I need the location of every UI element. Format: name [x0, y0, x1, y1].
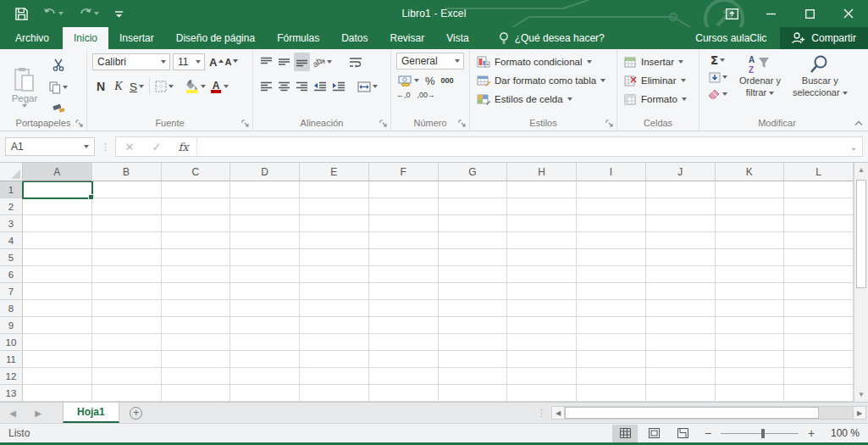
cell-F3[interactable] — [369, 215, 439, 232]
cell-K1[interactable] — [716, 181, 785, 198]
cell-A4[interactable] — [23, 232, 92, 249]
account-name[interactable]: Cursos aulaClic — [682, 27, 780, 49]
cell-C2[interactable] — [162, 198, 231, 215]
cell-J12[interactable] — [646, 368, 716, 385]
cell-A1[interactable] — [23, 181, 92, 198]
increase-font-button[interactable]: A — [207, 53, 220, 71]
cell-H11[interactable] — [507, 351, 577, 368]
cell-F12[interactable] — [369, 368, 439, 385]
tab-inicio[interactable]: Inicio — [63, 27, 108, 49]
cell-E4[interactable] — [300, 232, 369, 249]
cell-E1[interactable] — [300, 181, 369, 198]
cell-D7[interactable] — [230, 283, 300, 300]
cell-styles-button[interactable]: Estilos de celda — [477, 90, 613, 108]
cut-button[interactable] — [47, 55, 69, 74]
orientation-button[interactable]: ab — [312, 53, 334, 71]
cell-K12[interactable] — [716, 368, 785, 385]
cell-L8[interactable] — [784, 300, 854, 317]
cell-J8[interactable] — [646, 300, 716, 317]
cell-H3[interactable] — [507, 215, 577, 232]
cell-D5[interactable] — [230, 249, 300, 266]
cell-H10[interactable] — [507, 334, 577, 351]
orientation-dropdown-arrow-icon[interactable] — [327, 60, 332, 64]
close-button[interactable] — [829, 0, 868, 27]
cell-I4[interactable] — [577, 232, 646, 249]
cell-I9[interactable] — [577, 317, 646, 334]
view-page-break-button[interactable] — [670, 425, 695, 442]
align-center-button[interactable] — [276, 77, 292, 96]
decrease-decimals-button[interactable]: ,00→ — [417, 91, 436, 99]
cell-C4[interactable] — [162, 232, 231, 249]
tab-vista[interactable]: Vista — [435, 27, 479, 49]
cell-D8[interactable] — [230, 300, 300, 317]
formula-bar-grip[interactable]: ⋮ — [101, 142, 109, 153]
column-header-K[interactable]: K — [716, 163, 785, 181]
cell-A12[interactable] — [23, 368, 92, 385]
cell-K11[interactable] — [716, 351, 785, 368]
maximize-button[interactable] — [790, 0, 829, 27]
view-normal-button[interactable] — [612, 425, 638, 442]
decrease-font-button[interactable]: A — [223, 53, 235, 71]
row-header-10[interactable]: 10 — [0, 334, 23, 351]
cell-A10[interactable] — [23, 334, 92, 351]
formula-input[interactable] — [197, 137, 845, 156]
cell-J10[interactable] — [646, 334, 716, 351]
sheet-nav-right-icon[interactable]: ▶ — [25, 403, 51, 423]
cell-B1[interactable] — [92, 181, 162, 198]
new-sheet-button[interactable]: + — [119, 403, 153, 423]
cell-J5[interactable] — [646, 249, 716, 266]
cell-F4[interactable] — [369, 232, 439, 249]
cell-F6[interactable] — [369, 266, 439, 283]
cell-J7[interactable] — [646, 283, 716, 300]
cell-C10[interactable] — [162, 334, 231, 351]
font-color-dropdown-arrow-icon[interactable] — [224, 85, 229, 88]
sheet-tab-hoja1[interactable]: Hoja1 — [63, 403, 119, 423]
collapse-ribbon-button[interactable] — [854, 120, 863, 126]
cell-B7[interactable] — [92, 283, 162, 300]
cell-E5[interactable] — [300, 249, 369, 266]
align-top-button[interactable] — [258, 53, 274, 71]
row-header-2[interactable]: 2 — [0, 198, 23, 215]
cell-E11[interactable] — [300, 351, 369, 368]
cell-E7[interactable] — [300, 283, 369, 300]
cell-L11[interactable] — [784, 351, 854, 368]
cell-K13[interactable] — [716, 385, 785, 402]
cell-D4[interactable] — [230, 232, 300, 249]
cell-I13[interactable] — [577, 385, 646, 402]
fill-color-button[interactable] — [184, 77, 207, 96]
cell-I6[interactable] — [577, 266, 646, 283]
accounting-dropdown-arrow-icon[interactable] — [414, 79, 419, 82]
conditional-formatting-button[interactable]: Formato condicional — [477, 53, 613, 71]
number-format-select[interactable]: General — [396, 53, 464, 70]
row-header-12[interactable]: 12 — [0, 368, 23, 385]
align-bottom-button[interactable] — [294, 53, 310, 71]
cell-H8[interactable] — [507, 300, 577, 317]
cell-A13[interactable] — [23, 385, 92, 402]
cell-L12[interactable] — [784, 368, 854, 385]
cell-G4[interactable] — [439, 232, 508, 249]
cell-J13[interactable] — [646, 385, 716, 402]
column-header-H[interactable]: H — [507, 163, 577, 181]
scroll-down-arrow-icon[interactable]: ▼ — [854, 387, 868, 402]
cell-F5[interactable] — [369, 249, 439, 266]
fill-dropdown-arrow-icon[interactable] — [722, 75, 727, 79]
cell-B10[interactable] — [92, 334, 162, 351]
zoom-out-button[interactable]: − — [699, 426, 717, 440]
cell-G1[interactable] — [439, 181, 508, 198]
cell-L10[interactable] — [784, 334, 854, 351]
underline-button[interactable]: S — [128, 77, 146, 96]
share-button[interactable]: Compartir — [780, 27, 868, 49]
row-header-3[interactable]: 3 — [0, 215, 23, 232]
cell-F10[interactable] — [369, 334, 439, 351]
format-painter-button[interactable] — [47, 101, 69, 120]
cell-A9[interactable] — [23, 317, 92, 334]
cell-B4[interactable] — [92, 232, 162, 249]
cell-D3[interactable] — [230, 215, 300, 232]
cell-K8[interactable] — [716, 300, 785, 317]
hscroll-right-arrow-icon[interactable]: ▶ — [853, 406, 866, 420]
cell-E3[interactable] — [300, 215, 369, 232]
column-header-J[interactable]: J — [646, 163, 716, 181]
tab-insertar[interactable]: Insertar — [108, 27, 165, 49]
tab-formulas[interactable]: Fórmulas — [266, 27, 330, 49]
cell-L5[interactable] — [784, 249, 854, 266]
